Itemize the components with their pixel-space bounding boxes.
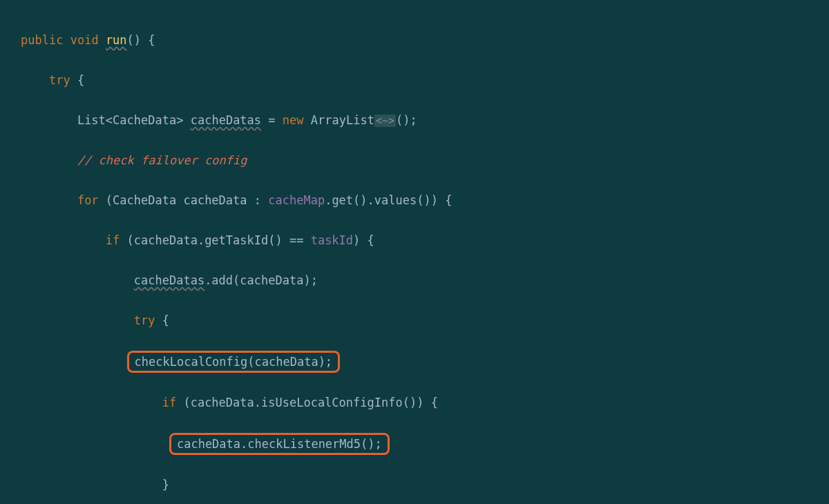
highlight-check-local-config: checkLocalConfig(cacheData); [127, 351, 341, 373]
for-head: (CacheData cacheData : [99, 193, 269, 207]
field-taskid: taskId [311, 233, 353, 247]
add-call: .add(cacheData); [204, 273, 318, 287]
generic-hint: <~> [374, 115, 396, 127]
brace: { [70, 73, 84, 87]
if-tail: ) { [353, 233, 374, 247]
keyword-for: for [77, 193, 99, 207]
brace: { [155, 313, 169, 327]
angle-lt: < [106, 113, 113, 127]
keyword-try-inner: try [134, 313, 155, 327]
angle-gt: > [176, 113, 183, 127]
keyword-public: public [21, 33, 63, 47]
if-head: (cacheData.getTaskId() == [120, 233, 310, 247]
type-arraylist: ArrayList [311, 113, 374, 127]
type-list: List [77, 113, 106, 127]
if-local-head: (cacheData.isUseLocalConfigInfo()) { [176, 396, 438, 409]
type-cachedata: CacheData [113, 113, 176, 127]
highlight-check-listener-md5: cacheData.checkListenerMd5(); [169, 433, 390, 455]
field-cachemap: cacheMap [268, 193, 325, 207]
keyword-void: void [70, 33, 99, 47]
call-checklocalconfig: checkLocalConfig(cacheData); [135, 355, 333, 369]
keyword-if-inner: if [162, 396, 176, 409]
call-checklistenermd5: cacheData.checkListenerMd5(); [177, 437, 382, 451]
code-block: public void run() { try { List<CacheData… [0, 0, 829, 504]
brace: { [141, 33, 155, 47]
for-tail: .get().values()) { [325, 193, 452, 207]
keyword-new: new [283, 113, 304, 127]
var-cachedatas: cacheDatas [191, 113, 261, 127]
op-eq: = [261, 113, 283, 127]
var-cachedatas-use: cacheDatas [134, 273, 204, 287]
paren: () [127, 33, 141, 47]
method-name-run: run [106, 33, 127, 47]
keyword-if: if [106, 233, 120, 247]
brace-close: } [162, 478, 169, 492]
keyword-try: try [49, 73, 70, 87]
tail: (); [396, 113, 417, 127]
comment-failover: // check failover config [77, 153, 247, 167]
